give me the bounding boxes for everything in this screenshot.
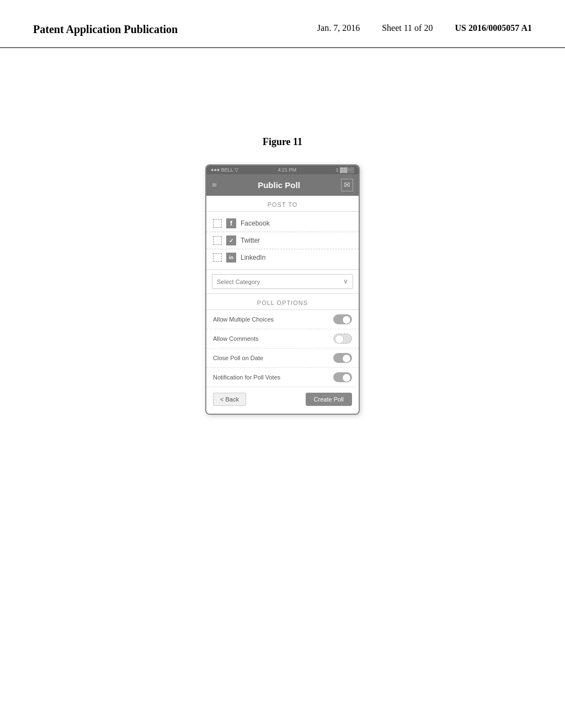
linkedin-checkbox[interactable] <box>213 253 222 262</box>
patent-number: US 2016/0005057 A1 <box>455 23 532 33</box>
close-poll-on-date-label: Close Poll on Date <box>213 355 263 361</box>
battery-indicator: 1 ▓▓▒▒ <box>336 167 354 173</box>
facebook-checkbox[interactable] <box>213 219 222 228</box>
nav-title: Public Poll <box>258 180 300 190</box>
patent-header: Patent Application Publication Jan. 7, 2… <box>0 0 565 48</box>
create-poll-button[interactable]: Create Poll <box>306 393 352 406</box>
nav-bar: ≡ Public Poll ✉ <box>206 174 359 196</box>
carrier-text: ●●● BELL ▽ <box>211 167 238 173</box>
hamburger-icon[interactable]: ≡ <box>212 180 217 190</box>
twitter-checkbox[interactable] <box>213 236 222 245</box>
linkedin-icon: in <box>226 253 236 263</box>
linkedin-item[interactable]: in LinkedIn <box>206 249 359 266</box>
content-area: POST TO f Facebook ✓ Twitter <box>206 196 359 414</box>
compose-icon[interactable]: ✉ <box>341 179 353 191</box>
status-bar-left: ●●● BELL ▽ <box>211 167 238 173</box>
patent-date: Jan. 7, 2016 <box>317 23 360 33</box>
post-to-label: POST TO <box>206 196 359 212</box>
facebook-icon: f <box>226 218 236 228</box>
back-button[interactable]: < Back <box>213 393 246 406</box>
dropdown-arrow-icon: ∨ <box>343 277 348 286</box>
twitter-icon: ✓ <box>226 235 236 245</box>
allow-multiple-choices-toggle[interactable] <box>333 314 352 324</box>
twitter-label: Twitter <box>241 237 260 244</box>
social-list: f Facebook ✓ Twitter in LinkedIn <box>206 212 359 270</box>
facebook-label: Facebook <box>241 220 270 227</box>
phone-container: ●●● BELL ▽ 4:21 PM 1 ▓▓▒▒ ≡ Public Poll … <box>0 164 565 415</box>
allow-comments-toggle[interactable] <box>333 334 352 344</box>
notification-for-poll-votes-row: Notification for Poll Votes <box>206 368 359 387</box>
twitter-item[interactable]: ✓ Twitter <box>206 232 359 249</box>
patent-sheet: Sheet 11 of 20 <box>382 23 433 33</box>
allow-multiple-choices-label: Allow Multiple Choices <box>213 316 274 323</box>
notification-for-poll-votes-label: Notification for Poll Votes <box>213 374 280 381</box>
close-poll-on-date-row: Close Poll on Date <box>206 349 359 368</box>
close-poll-on-date-toggle[interactable] <box>333 353 352 363</box>
allow-comments-row: Allow Comments <box>206 329 359 349</box>
bottom-buttons: < Back Create Poll <box>206 387 359 414</box>
category-placeholder: Select Category <box>217 279 260 285</box>
linkedin-label: LinkedIn <box>241 254 265 261</box>
poll-options-section: POLL OPTIONS Allow Multiple Choices Allo… <box>206 293 359 387</box>
allow-comments-label: Allow Comments <box>213 335 259 342</box>
status-bar: ●●● BELL ▽ 4:21 PM 1 ▓▓▒▒ <box>206 165 359 174</box>
facebook-item[interactable]: f Facebook <box>206 215 359 232</box>
patent-meta: Jan. 7, 2016 Sheet 11 of 20 US 2016/0005… <box>317 22 532 33</box>
patent-title: Patent Application Publication <box>33 22 317 36</box>
allow-multiple-choices-row: Allow Multiple Choices <box>206 310 359 329</box>
notification-for-poll-votes-toggle[interactable] <box>333 372 352 382</box>
poll-options-label: POLL OPTIONS <box>206 294 359 310</box>
figure-label: Figure 11 <box>0 136 565 148</box>
category-dropdown[interactable]: Select Category ∨ <box>212 274 353 289</box>
phone-mockup: ●●● BELL ▽ 4:21 PM 1 ▓▓▒▒ ≡ Public Poll … <box>205 164 360 415</box>
status-bar-time: 4:21 PM <box>278 167 297 173</box>
